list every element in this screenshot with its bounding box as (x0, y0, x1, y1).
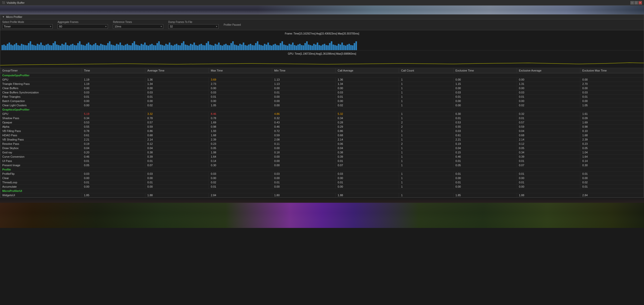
frame-bar (324, 44, 325, 50)
group-header-row: Profile (0, 167, 644, 172)
frame-bar (148, 46, 149, 50)
frame-bar (190, 44, 191, 50)
frame-bar (253, 45, 255, 50)
frame-bar (169, 43, 170, 50)
frame-bar (105, 45, 107, 50)
frame-bar (90, 45, 91, 50)
frame-bar (88, 43, 89, 50)
frame-bar (134, 41, 135, 50)
frame-bar (250, 44, 251, 50)
reference-times-select[interactable]: 10ms (113, 24, 163, 29)
frame-bar (179, 45, 181, 50)
table-row: Clear Buffers0.000.000.000.000.0010.000.… (0, 86, 644, 90)
frame-bar (200, 44, 202, 50)
frame-bar (127, 44, 128, 50)
frame-bar (86, 44, 88, 50)
frame-bar (318, 45, 320, 50)
top-screenshot (0, 6, 644, 14)
frame-bar (301, 45, 302, 50)
table-row: GPU5.193.328.464.865.3210.300.321.61 (0, 112, 644, 116)
frame-bar (46, 45, 47, 50)
table-row: ProfileFlip0.030.030.030.030.0310.010.01… (0, 172, 644, 176)
frame-bar (313, 44, 315, 50)
frame-bar (130, 45, 132, 50)
frame-bar (297, 45, 299, 50)
table-row: GPU1.191.363.691.131.3610.000.000.00 (0, 78, 644, 82)
bottom-screenshot (0, 198, 644, 228)
table-row: UI Pass0.010.010.140.000.0110.010.010.14 (0, 159, 644, 163)
profile-mode-select-wrapper: Timer (2, 24, 53, 29)
frame-bar (257, 41, 258, 50)
frame-bar (84, 46, 86, 50)
frame-bar (21, 44, 22, 50)
frame-bar (119, 43, 121, 50)
frame-bar (278, 45, 279, 50)
frame-bar (229, 45, 230, 50)
frame-bar (9, 43, 10, 50)
minimize-button[interactable]: ─ (630, 1, 634, 5)
group-header-row: ComputeGpuProfiler (0, 73, 644, 78)
frame-bar (218, 43, 220, 50)
group-header-row: GraphicsGpuProfiler (0, 108, 644, 112)
frame-bar (181, 43, 183, 50)
frame-bar (333, 45, 334, 50)
frame-bar (267, 43, 269, 50)
frame-bar (343, 45, 345, 50)
frame-bar (248, 45, 250, 50)
profiler-table-container: Group/Timer Time Average Time Max Time M… (0, 68, 644, 197)
frame-bar (202, 45, 204, 50)
frame-bar (285, 45, 287, 50)
frame-bar (149, 45, 151, 50)
dump-frames-select-wrapper: 32 (168, 24, 219, 29)
frame-bar (292, 43, 294, 50)
frame-bar (236, 45, 237, 50)
frame-bar (83, 45, 84, 50)
frame-bar (24, 45, 26, 50)
frame-bar (299, 44, 301, 50)
profile-mode-select[interactable]: Timer (2, 24, 53, 29)
profiler-panel: ▼ Micro Profiler Select Profile Mode Tim… (0, 14, 644, 198)
frame-bar (30, 41, 31, 50)
table-row: Shadow Pass0.340.780.780.320.3410.010.01… (0, 116, 644, 120)
frame-bar (237, 46, 239, 50)
title-bar: ⬛ Visibility Buffer ─ □ ✕ (0, 0, 644, 6)
frame-bar (139, 46, 140, 50)
frame-bar (289, 44, 290, 50)
frame-bar (171, 45, 172, 50)
frame-bar (252, 45, 253, 50)
frame-bar (208, 41, 209, 50)
maximize-button[interactable]: □ (634, 1, 638, 5)
frame-bar (153, 45, 154, 50)
reference-times-select-wrapper: 10ms (113, 24, 163, 29)
dump-frames-select[interactable]: 32 (168, 24, 219, 29)
frame-bar (348, 44, 350, 50)
frame-bar (167, 45, 169, 50)
frame-bar (347, 45, 348, 50)
frame-bar (326, 45, 327, 50)
close-button[interactable]: ✕ (638, 1, 642, 5)
frame-bar (17, 45, 19, 50)
frame-bar (204, 45, 206, 50)
gpu-graph (0, 55, 644, 66)
frame-bar (195, 45, 197, 50)
frame-bar (97, 45, 98, 50)
aggregate-frames-select[interactable]: 60 (58, 24, 108, 29)
frame-bar (186, 45, 188, 50)
frame-bar (3, 45, 5, 50)
frame-bar (234, 45, 235, 50)
frame-bar (70, 45, 72, 50)
frame-bar (320, 46, 322, 50)
frame-bar (104, 45, 105, 50)
frame-bar (269, 45, 271, 50)
collapse-icon[interactable]: ▼ (2, 16, 5, 18)
frame-bar (164, 46, 165, 50)
frame-bar (350, 45, 352, 50)
frame-bar (304, 43, 306, 50)
frame-bar (93, 44, 95, 50)
frame-bar (40, 43, 42, 50)
col-header-group-timer: Group/Timer (0, 68, 82, 73)
frame-bar (7, 44, 8, 50)
frame-bar (213, 46, 214, 50)
frame-bar (334, 45, 336, 50)
frame-bar (345, 46, 346, 50)
